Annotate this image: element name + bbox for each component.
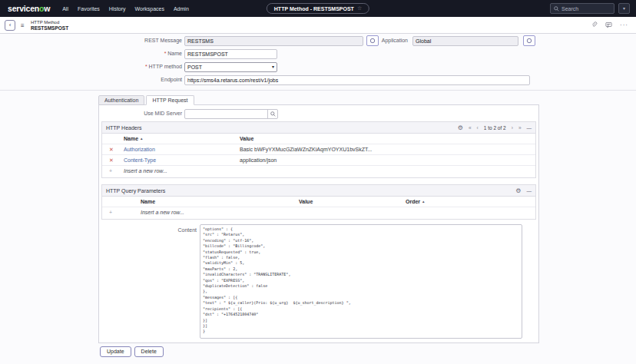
query-params-header-bar: HTTP Query Parameters ⚙ — bbox=[102, 185, 535, 197]
header-value-cell[interactable]: application/json bbox=[240, 157, 277, 163]
tab-http-request[interactable]: HTTP Request bbox=[146, 95, 194, 105]
content-textarea[interactable]: "options" : { "src" : "Retarus", "encodi… bbox=[200, 224, 522, 339]
http-method-selected-value: POST bbox=[187, 65, 202, 70]
gear-icon[interactable]: ⚙ bbox=[515, 187, 521, 194]
sort-ascending-icon: ▲ bbox=[140, 137, 143, 141]
search-icon bbox=[270, 111, 276, 117]
http-headers-section: HTTP Headers ⚙ « ‹ 1 to 2 of 2 › » — Nam… bbox=[101, 121, 536, 178]
endpoint-label: Endpoint bbox=[48, 77, 182, 82]
http-headers-column-row: Name ▲ Value bbox=[102, 134, 535, 144]
record-type-label: HTTP Method bbox=[31, 19, 68, 25]
tab-authentication[interactable]: Authentication bbox=[98, 95, 144, 105]
servicenow-logo[interactable]: servicenow bbox=[8, 4, 50, 13]
nav-item-admin[interactable]: Admin bbox=[174, 6, 189, 12]
logo-text: servicen bbox=[8, 4, 39, 13]
rest-message-label: REST Message bbox=[48, 38, 182, 43]
column-header-value[interactable]: Value bbox=[299, 199, 313, 204]
http-headers-header-bar: HTTP Headers ⚙ « ‹ 1 to 2 of 2 › » — bbox=[102, 122, 535, 134]
favorite-star-icon[interactable]: ☆ bbox=[357, 5, 362, 12]
global-search[interactable] bbox=[550, 3, 614, 14]
header-value-cell[interactable]: Basic bWFyYXMucGZiaWZnZKiAqmYOYXU1bvSkZT… bbox=[240, 147, 372, 152]
insert-row-label[interactable]: Insert a new row... bbox=[124, 168, 167, 174]
query-params-controls: ⚙ — bbox=[515, 187, 532, 194]
open-record-pill[interactable]: HTTP Method - RESTSMSPOST ☆ bbox=[267, 3, 369, 14]
record-header-actions: ··· bbox=[591, 22, 628, 28]
http-method-select[interactable]: POST ▾ bbox=[184, 62, 277, 72]
search-icon bbox=[554, 6, 559, 12]
delete-row-icon[interactable]: ✕ bbox=[109, 157, 114, 164]
sort-ascending-icon: ▲ bbox=[422, 200, 425, 204]
insert-row-icon[interactable]: + bbox=[109, 168, 112, 174]
top-nav-bar: servicenow All Favorites History Workspa… bbox=[0, 0, 636, 17]
mid-server-field[interactable] bbox=[184, 109, 278, 119]
column-header-name[interactable]: Name ▲ bbox=[124, 136, 144, 141]
nav-item-workspaces[interactable]: Workspaces bbox=[135, 6, 164, 12]
search-scope-dropdown[interactable]: ▾ bbox=[618, 3, 630, 14]
logo-text-end: w bbox=[44, 4, 50, 13]
application-label: Application bbox=[333, 38, 408, 43]
nav-item-all[interactable]: All bbox=[62, 6, 68, 12]
collapse-section-icon[interactable]: — bbox=[527, 125, 532, 131]
collapse-section-icon[interactable]: — bbox=[527, 188, 532, 194]
activity-stream-icon[interactable] bbox=[605, 22, 612, 28]
mid-server-label: Use MID Server bbox=[48, 111, 182, 116]
nav-item-favorites[interactable]: Favorites bbox=[78, 6, 100, 12]
header-row-authorization: ✕ Authorization Basic bWFyYXMucGZiaWZnZK… bbox=[102, 144, 535, 155]
column-header-order[interactable]: Order ▲ bbox=[406, 199, 425, 204]
http-headers-title: HTTP Headers bbox=[106, 125, 142, 131]
name-field[interactable]: RESTSMSPOST bbox=[184, 49, 277, 59]
insert-row-label[interactable]: Insert a new row... bbox=[141, 210, 184, 215]
previous-page-icon[interactable]: ‹ bbox=[477, 125, 479, 131]
http-headers-controls: ⚙ « ‹ 1 to 2 of 2 › » — bbox=[458, 124, 532, 131]
delete-row-icon[interactable]: ✕ bbox=[109, 147, 114, 153]
update-button[interactable]: Update bbox=[100, 346, 131, 357]
header-name-link[interactable]: Content-Type bbox=[124, 157, 156, 163]
name-label: Name bbox=[48, 51, 182, 56]
application-field: Global bbox=[412, 36, 518, 46]
open-record-pill-label: HTTP Method - RESTSMSPOST bbox=[274, 6, 354, 12]
insert-new-row: + Insert a new row... bbox=[102, 166, 535, 177]
next-page-icon[interactable]: › bbox=[512, 125, 513, 131]
back-button[interactable]: ‹ bbox=[5, 20, 15, 31]
query-params-title: HTTP Query Parameters bbox=[106, 188, 165, 194]
header-row-content-type: ✕ Content-Type application/json bbox=[102, 155, 535, 166]
content-label: Content bbox=[62, 227, 197, 233]
delete-button[interactable]: Delete bbox=[134, 346, 164, 357]
first-page-icon[interactable]: « bbox=[469, 125, 472, 131]
form-tabs: Authentication HTTP Request bbox=[98, 95, 194, 105]
nav-menu: All Favorites History Workspaces Admin bbox=[62, 6, 189, 12]
nav-item-history[interactable]: History bbox=[109, 6, 126, 12]
last-page-icon[interactable]: » bbox=[518, 125, 522, 131]
record-header-bar: ‹ ≡ HTTP Method RESTSMSPOST ··· bbox=[0, 17, 636, 34]
form-divider bbox=[0, 90, 636, 91]
http-query-params-section: HTTP Query Parameters ⚙ — Name Value Ord… bbox=[101, 184, 536, 220]
gear-icon[interactable]: ⚙ bbox=[458, 124, 463, 131]
form-context-menu-icon[interactable]: ≡ bbox=[21, 22, 25, 29]
insert-row-icon[interactable]: + bbox=[109, 210, 112, 215]
column-header-name[interactable]: Name bbox=[141, 199, 155, 204]
http-method-label: HTTP method bbox=[48, 64, 182, 69]
application-preview-button[interactable] bbox=[523, 35, 535, 46]
mid-server-value bbox=[185, 110, 267, 118]
servicenow-app: servicenow All Favorites History Workspa… bbox=[0, 0, 636, 364]
column-header-value[interactable]: Value bbox=[240, 136, 253, 141]
query-params-column-row: Name Value Order ▲ bbox=[102, 197, 535, 207]
search-input[interactable] bbox=[561, 6, 608, 12]
more-options-icon[interactable]: ··· bbox=[620, 22, 628, 28]
attachment-paperclip-icon[interactable] bbox=[591, 22, 598, 28]
insert-new-row: + Insert a new row... bbox=[102, 207, 535, 218]
pagination-label: 1 to 2 of 2 bbox=[484, 125, 506, 131]
form-footer-buttons: Update Delete bbox=[100, 346, 164, 357]
record-title: HTTP Method RESTSMSPOST bbox=[31, 19, 68, 31]
record-name-label: RESTSMSPOST bbox=[31, 25, 68, 31]
chevron-down-icon: ▾ bbox=[272, 63, 274, 71]
mid-server-lookup-button[interactable] bbox=[267, 110, 277, 118]
reference-record-icon bbox=[526, 38, 532, 44]
header-name-link[interactable]: Authorization bbox=[124, 147, 155, 152]
endpoint-field[interactable]: https://sms4a.retarus.com/rest/v1/jobs bbox=[184, 75, 530, 85]
